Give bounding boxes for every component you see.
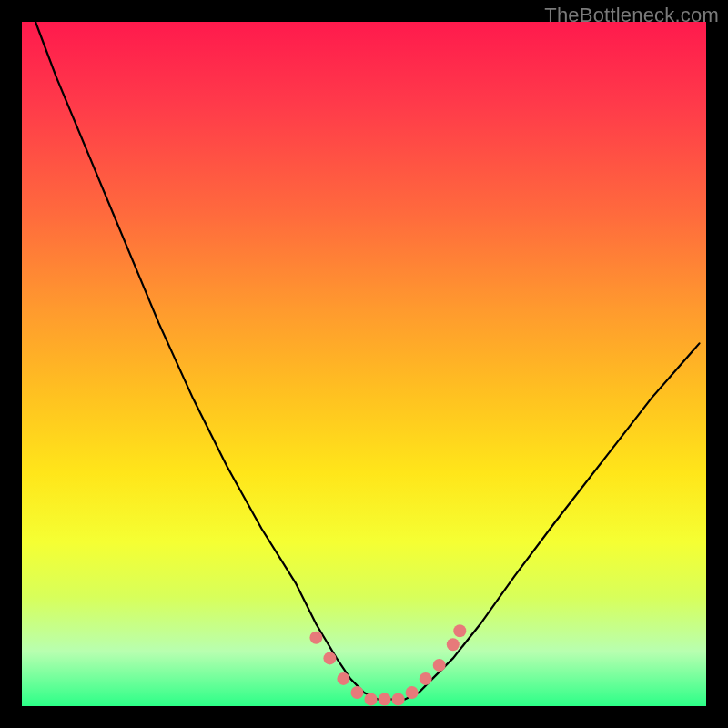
curve-marker (406, 686, 419, 699)
curve-markers (309, 624, 466, 705)
curve-marker (379, 693, 391, 706)
curve-marker (351, 686, 364, 699)
curve-marker (337, 672, 349, 685)
bottleneck-curve (35, 22, 700, 700)
curve-marker (420, 672, 432, 685)
chart-plot-area (22, 22, 706, 706)
curve-marker (433, 659, 446, 672)
curve-marker (453, 624, 466, 637)
curve-marker (323, 652, 336, 664)
curve-marker (365, 693, 378, 706)
chart-frame: TheBottleneck.com (0, 0, 728, 728)
curve-marker (447, 638, 460, 651)
chart-svg (22, 22, 706, 706)
watermark-label: TheBottleneck.com (544, 4, 719, 27)
curve-marker (392, 693, 405, 706)
curve-marker (309, 632, 322, 644)
